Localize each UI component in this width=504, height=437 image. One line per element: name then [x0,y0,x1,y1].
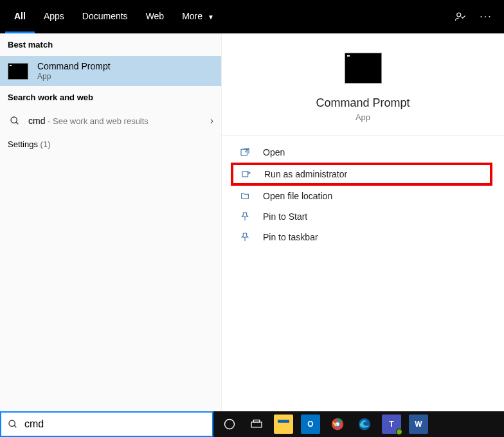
svg-rect-10 [251,422,262,427]
tab-documents[interactable]: Documents [73,0,137,33]
search-bar[interactable] [0,411,213,437]
web-query: cmd [28,116,45,126]
detail-pane: Command Prompt App Open Run as administr… [222,33,504,411]
result-subtitle: App [37,72,111,81]
feedback-icon[interactable] [447,0,473,33]
action-pin-taskbar-label: Pin to taskbar [263,232,318,242]
web-result-cmd[interactable]: cmd - See work and web results › [0,109,221,133]
tab-all[interactable]: All [5,0,35,33]
detail-app-type: App [356,112,370,122]
settings-label: Settings [8,139,38,149]
folder-icon [240,191,256,201]
admin-shield-icon [241,169,258,179]
taskbar-outlook-icon[interactable]: O [301,415,320,434]
settings-category[interactable]: Settings (1) [0,133,221,156]
taskbar: O T W [213,411,504,437]
chevron-down-icon: ▼ [208,13,214,21]
web-hint: - See work and web results [45,116,148,126]
tab-more[interactable]: More ▼ [173,0,223,33]
svg-line-2 [16,122,18,124]
svg-point-9 [225,420,235,429]
action-run-as-administrator[interactable]: Run as administrator [231,163,492,186]
taskbar-chrome-icon[interactable] [328,415,347,434]
taskbar-edge-icon[interactable] [355,415,374,434]
taskbar-cortana-icon[interactable] [220,415,239,434]
svg-point-1 [11,117,17,123]
pin-taskbar-icon [240,232,256,242]
tab-web[interactable]: Web [137,0,174,33]
svg-line-8 [14,425,16,427]
svg-rect-11 [253,420,260,422]
detail-app-name: Command Prompt [316,96,410,110]
svg-point-0 [457,13,461,17]
action-open-file-location[interactable]: Open file location [222,186,504,206]
action-open-label: Open [263,147,285,157]
tab-more-label: More [182,11,203,21]
svg-rect-4 [242,172,248,177]
svg-rect-12 [278,420,289,423]
pin-start-icon [240,211,256,222]
search-work-web-header: Search work and web [0,86,221,109]
command-prompt-icon [8,63,28,80]
taskbar-taskview-icon[interactable] [247,415,266,434]
taskbar-file-explorer-icon[interactable] [274,415,293,434]
search-icon [8,419,18,429]
action-pin-to-start[interactable]: Pin to Start [222,206,504,227]
action-run-admin-label: Run as administrator [264,169,347,179]
action-open[interactable]: Open [222,142,504,163]
search-input[interactable] [24,418,206,430]
app-thumbnail-icon [345,53,382,84]
result-title: Command Prompt [37,61,111,71]
taskbar-word-icon[interactable]: W [409,415,428,434]
open-icon [240,147,256,157]
results-pane: Best match Command Prompt App Search wor… [0,33,222,411]
more-options-icon[interactable]: ··· [473,0,499,33]
tab-apps[interactable]: Apps [35,0,73,33]
chevron-right-icon: › [210,115,213,127]
action-pin-to-taskbar[interactable]: Pin to taskbar [222,227,504,247]
action-file-loc-label: Open file location [263,191,332,201]
result-command-prompt[interactable]: Command Prompt App [0,56,221,86]
search-filter-tabs: All Apps Documents Web More ▼ ··· [0,0,504,33]
best-match-header: Best match [0,33,221,56]
svg-point-7 [9,420,15,426]
taskbar-teams-icon[interactable]: T [382,415,401,434]
action-pin-start-label: Pin to Start [263,211,307,222]
svg-rect-3 [241,149,247,155]
settings-count: (1) [40,139,51,149]
search-icon [8,116,22,126]
